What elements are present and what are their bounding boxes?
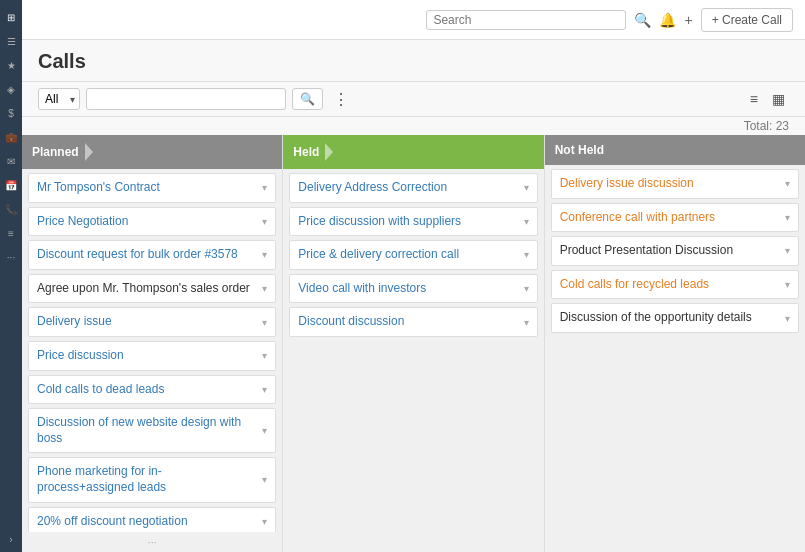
sidebar-icon-home[interactable]: ⊞ — [2, 8, 20, 26]
kanban-board: PlannedMr Tompson's Contract▾Price Negot… — [22, 135, 805, 552]
toolbar-search-input[interactable] — [86, 88, 286, 110]
list-item[interactable]: Product Presentation Discussion▾ — [551, 236, 799, 266]
card-title: Price discussion with suppliers — [298, 214, 519, 230]
col-body-not-held: Delivery issue discussion▾Conference cal… — [545, 165, 805, 552]
card-title: Price & delivery correction call — [298, 247, 519, 263]
card-title: Phone marketing for in-process+assigned … — [37, 464, 258, 495]
card-title: Mr Tompson's Contract — [37, 180, 258, 196]
col-header-arrow-held — [325, 143, 333, 161]
list-item[interactable]: Price discussion with suppliers▾ — [289, 207, 537, 237]
card-dropdown-icon[interactable]: ▾ — [785, 313, 790, 324]
list-item[interactable]: Discount request for bulk order #3578▾ — [28, 240, 276, 270]
list-item[interactable]: Delivery Address Correction▾ — [289, 173, 537, 203]
sidebar-icon-briefcase[interactable]: 💼 — [2, 128, 20, 146]
page-header: Calls — [22, 40, 805, 82]
left-sidebar: ⊞ ☰ ★ ◈ $ 💼 ✉ 📅 📞 ≡ ··· › — [0, 0, 22, 552]
list-item[interactable]: Price discussion▾ — [28, 341, 276, 371]
list-item[interactable]: Conference call with partners▾ — [551, 203, 799, 233]
card-dropdown-icon[interactable]: ▾ — [262, 283, 267, 294]
toolbar-more-button[interactable]: ⋮ — [329, 90, 353, 109]
list-item[interactable]: Delivery issue▾ — [28, 307, 276, 337]
search-box[interactable] — [426, 10, 626, 30]
sidebar-icon-more[interactable]: ··· — [2, 248, 20, 266]
card-dropdown-icon[interactable]: ▾ — [262, 516, 267, 527]
card-title: Price discussion — [37, 348, 258, 364]
sidebar-icon-list[interactable]: ≡ — [2, 224, 20, 242]
card-dropdown-icon[interactable]: ▾ — [262, 249, 267, 260]
card-dropdown-icon[interactable]: ▾ — [785, 279, 790, 290]
kanban-columns: PlannedMr Tompson's Contract▾Price Negot… — [22, 135, 805, 552]
card-dropdown-icon[interactable]: ▾ — [262, 384, 267, 395]
kanban-col-planned: PlannedMr Tompson's Contract▾Price Negot… — [22, 135, 283, 552]
kanban-view-button[interactable]: ▦ — [768, 89, 789, 109]
notification-icon[interactable]: 🔔 — [659, 12, 676, 28]
kanban-col-held: HeldDelivery Address Correction▾Price di… — [283, 135, 544, 552]
card-dropdown-icon[interactable]: ▾ — [262, 474, 267, 485]
list-item[interactable]: Delivery issue discussion▾ — [551, 169, 799, 199]
filter-select[interactable]: All — [38, 88, 80, 110]
page-title: Calls — [38, 50, 86, 73]
sidebar-icon-expand[interactable]: › — [2, 530, 20, 548]
card-title: Delivery Address Correction — [298, 180, 519, 196]
topbar: 🔍 🔔 + + Create Call — [22, 0, 805, 40]
toolbar-search-button[interactable]: 🔍 — [292, 88, 323, 110]
search-input[interactable] — [433, 13, 593, 27]
card-title: Discount discussion — [298, 314, 519, 330]
list-item[interactable]: Price & delivery correction call▾ — [289, 240, 537, 270]
sidebar-icon-calendar[interactable]: 📅 — [2, 176, 20, 194]
card-title: 20% off discount negotiation — [37, 514, 258, 530]
card-dropdown-icon[interactable]: ▾ — [524, 216, 529, 227]
toolbar: All 🔍 ⋮ ≡ ▦ — [22, 82, 805, 117]
card-title: Delivery issue — [37, 314, 258, 330]
card-dropdown-icon[interactable]: ▾ — [524, 317, 529, 328]
search-icon[interactable]: 🔍 — [634, 12, 651, 28]
card-title: Delivery issue discussion — [560, 176, 781, 192]
list-item[interactable]: Agree upon Mr. Thompson's sales order▾ — [28, 274, 276, 304]
list-item[interactable]: Phone marketing for in-process+assigned … — [28, 457, 276, 502]
sidebar-icon-apps[interactable]: ◈ — [2, 80, 20, 98]
card-dropdown-icon[interactable]: ▾ — [262, 182, 267, 193]
card-dropdown-icon[interactable]: ▾ — [262, 216, 267, 227]
card-title: Discount request for bulk order #3578 — [37, 247, 258, 263]
col-body-planned: Mr Tompson's Contract▾Price Negotiation▾… — [22, 169, 282, 532]
card-dropdown-icon[interactable]: ▾ — [785, 245, 790, 256]
list-item[interactable]: Discussion of new website design with bo… — [28, 408, 276, 453]
main-content: 🔍 🔔 + + Create Call Calls All 🔍 ⋮ ≡ ▦ To… — [22, 0, 805, 552]
list-item[interactable]: Price Negotiation▾ — [28, 207, 276, 237]
list-item[interactable]: Discussion of the opportunity details▾ — [551, 303, 799, 333]
col-header-not-held: Not Held — [545, 135, 805, 165]
col-footer-planned: ··· — [22, 532, 282, 552]
create-call-button[interactable]: + Create Call — [701, 8, 793, 32]
sidebar-icon-mail[interactable]: ✉ — [2, 152, 20, 170]
card-title: Discussion of the opportunity details — [560, 310, 781, 326]
sidebar-icon-menu[interactable]: ☰ — [2, 32, 20, 50]
card-dropdown-icon[interactable]: ▾ — [262, 317, 267, 328]
list-item[interactable]: Cold calls for recycled leads▾ — [551, 270, 799, 300]
card-title: Conference call with partners — [560, 210, 781, 226]
filter-wrapper[interactable]: All — [38, 88, 80, 110]
list-item[interactable]: Mr Tompson's Contract▾ — [28, 173, 276, 203]
card-title: Cold calls for recycled leads — [560, 277, 781, 293]
card-dropdown-icon[interactable]: ▾ — [262, 425, 267, 436]
sidebar-icon-phone[interactable]: 📞 — [2, 200, 20, 218]
card-dropdown-icon[interactable]: ▾ — [524, 182, 529, 193]
sidebar-icon-dollar[interactable]: $ — [2, 104, 20, 122]
card-dropdown-icon[interactable]: ▾ — [524, 249, 529, 260]
list-item[interactable]: Cold calls to dead leads▾ — [28, 375, 276, 405]
card-dropdown-icon[interactable]: ▾ — [785, 178, 790, 189]
card-title: Product Presentation Discussion — [560, 243, 781, 259]
list-item[interactable]: Video call with investors▾ — [289, 274, 537, 304]
col-body-held: Delivery Address Correction▾Price discus… — [283, 169, 543, 552]
toolbar-left: All 🔍 ⋮ — [38, 88, 353, 110]
card-title: Discussion of new website design with bo… — [37, 415, 258, 446]
sidebar-icon-star[interactable]: ★ — [2, 56, 20, 74]
list-view-button[interactable]: ≡ — [746, 89, 762, 109]
card-dropdown-icon[interactable]: ▾ — [262, 350, 267, 361]
card-dropdown-icon[interactable]: ▾ — [785, 212, 790, 223]
card-dropdown-icon[interactable]: ▾ — [524, 283, 529, 294]
list-item[interactable]: Discount discussion▾ — [289, 307, 537, 337]
card-title: Video call with investors — [298, 281, 519, 297]
add-icon[interactable]: + — [684, 12, 692, 28]
list-item[interactable]: 20% off discount negotiation▾ — [28, 507, 276, 532]
card-title: Cold calls to dead leads — [37, 382, 258, 398]
